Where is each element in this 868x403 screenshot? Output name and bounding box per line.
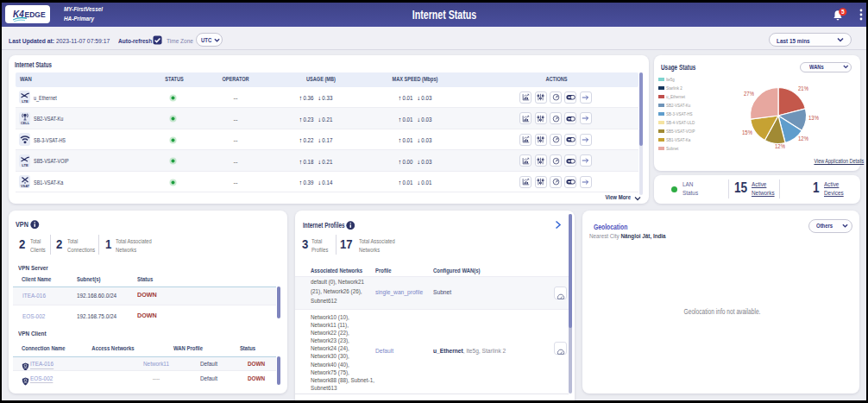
svg-text:CELL: CELL	[21, 122, 30, 125]
svg-text:LTE: LTE	[22, 99, 28, 104]
svg-text:5: 5	[841, 9, 845, 15]
svg-text:LTE: LTE	[22, 163, 28, 167]
svg-text:VSAT: VSAT	[21, 185, 30, 188]
svg-text:EDGE: EDGE	[25, 9, 46, 18]
